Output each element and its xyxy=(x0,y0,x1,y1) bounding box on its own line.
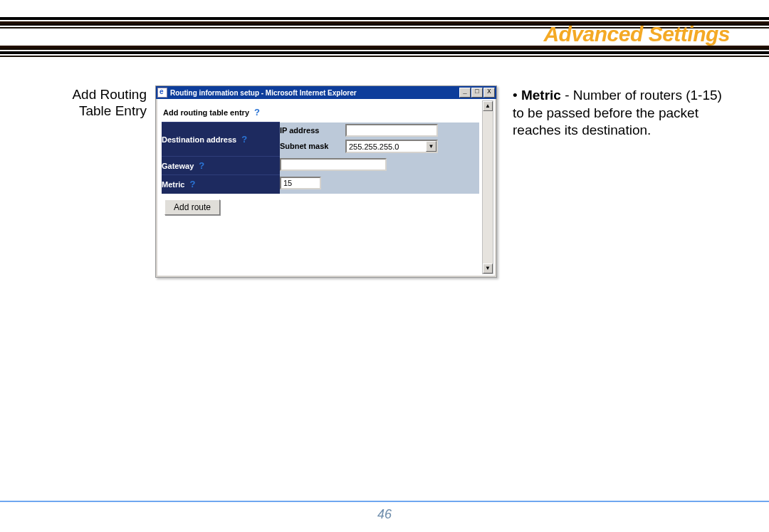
add-route-button[interactable]: Add route xyxy=(164,199,220,215)
help-icon[interactable]: ? xyxy=(187,179,195,189)
maximize-button[interactable]: □ xyxy=(471,88,483,98)
window-title-bar[interactable]: Routing information setup - Microsoft In… xyxy=(156,86,496,99)
close-button[interactable]: X xyxy=(483,88,495,98)
top-ribbon: Advanced Settings xyxy=(0,0,769,58)
chevron-down-icon[interactable]: ▼ xyxy=(426,141,436,152)
window-title: Routing information setup - Microsoft In… xyxy=(170,89,459,97)
ip-address-label: IP address xyxy=(280,126,340,135)
page-title: Advanced Settings xyxy=(543,22,730,46)
ribbon-stripe xyxy=(0,17,769,20)
scroll-up-icon[interactable]: ▲ xyxy=(483,101,493,111)
metric-term: Metric xyxy=(521,88,561,103)
scrollbar[interactable]: ▲ ▼ xyxy=(482,100,493,274)
gateway-label: Gateway xyxy=(162,162,194,170)
ribbon-stripe xyxy=(0,51,769,54)
minimize-button[interactable]: _ xyxy=(459,88,471,98)
metric-description: • Metric - Number of routers (1-15) to b… xyxy=(513,87,735,140)
left-caption-line1: Add Routing xyxy=(72,87,147,102)
gateway-input[interactable] xyxy=(280,158,387,171)
bottom-rule xyxy=(0,501,769,502)
client-area: Add routing table entry ? Destination ad… xyxy=(156,99,496,277)
form-heading-text: Add routing table entry xyxy=(163,108,249,117)
ip-address-input[interactable] xyxy=(345,124,438,137)
page-number: 46 xyxy=(0,507,769,522)
help-icon[interactable]: ? xyxy=(196,160,204,171)
left-caption-line2: Table Entry xyxy=(79,103,147,118)
routing-form-grid: Destination address ? IP address Subnet … xyxy=(162,122,479,194)
subnet-mask-select[interactable]: 255.255.255.0 xyxy=(345,140,438,153)
metric-input[interactable] xyxy=(280,177,321,189)
help-icon[interactable]: ? xyxy=(239,134,247,145)
left-caption: Add Routing Table Entry xyxy=(43,87,147,120)
bullet-glyph: • xyxy=(513,88,518,103)
ie-window: Routing information setup - Microsoft In… xyxy=(155,85,497,278)
destination-address-label: Destination address xyxy=(162,135,236,144)
subnet-mask-label: Subnet mask xyxy=(280,142,340,150)
scroll-down-icon[interactable]: ▼ xyxy=(483,264,493,273)
help-icon[interactable]: ? xyxy=(251,107,260,118)
internet-explorer-icon xyxy=(157,88,167,98)
ribbon-stripe xyxy=(0,56,769,57)
form-heading: Add routing table entry ? xyxy=(162,103,492,122)
metric-label: Metric xyxy=(162,180,184,189)
